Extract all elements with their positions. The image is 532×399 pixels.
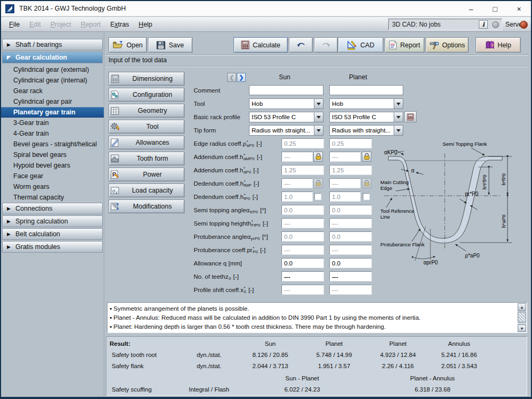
- addendum-coeff--planet-field[interactable]: 1.25: [329, 165, 372, 175]
- cad-button[interactable]: CAD: [338, 37, 384, 53]
- report-button[interactable]: Report: [385, 37, 425, 53]
- dedendum-coeff--planet-field[interactable]: ---: [329, 178, 361, 188]
- server-status-indicator: [520, 21, 528, 29]
- open-button[interactable]: Open: [109, 37, 147, 53]
- menu-file[interactable]: File: [4, 19, 24, 30]
- protuberance-angle-sun-field[interactable]: 0.0: [281, 231, 324, 242]
- semi-topping-angle-planet-field[interactable]: 0.0: [329, 205, 372, 215]
- next-gear-button[interactable]: ❯: [237, 73, 246, 82]
- allowances-button[interactable]: Allowances: [109, 136, 185, 149]
- edge-radius-coeff--planet-field[interactable]: 0.25: [329, 138, 372, 148]
- svg-text:x: x: [115, 190, 118, 194]
- allowance-q-sun-field[interactable]: 0.0: [281, 258, 324, 268]
- dedendum-coeff--sun-field[interactable]: ---: [281, 178, 313, 188]
- tip-form-planet-select[interactable]: Radius with straight...: [329, 125, 403, 136]
- load-capacity-icon: σx: [109, 185, 121, 196]
- sidebar-section-gratis-modules[interactable]: ▶Gratis modules: [2, 241, 103, 253]
- basic-rack-profile-sun-select[interactable]: ISO 53 Profile C: [249, 112, 323, 122]
- protuberance-coeff--planet-field[interactable]: ---: [329, 245, 372, 255]
- dropdown-arrow-icon[interactable]: [314, 99, 323, 109]
- basic-rack-profile-planet-select[interactable]: ISO 53 Profile C: [329, 112, 403, 122]
- close-button[interactable]: ×: [507, 1, 531, 16]
- sidebar-section-connections[interactable]: ▶Connections: [2, 203, 103, 214]
- dropdown-arrow-icon[interactable]: [394, 99, 403, 109]
- options-button[interactable]: Options: [426, 37, 469, 53]
- sidebar-item-3-gear-train[interactable]: 3-Gear train: [1, 118, 104, 128]
- semi-topping-height-sun-field[interactable]: ---: [281, 218, 324, 228]
- save-button[interactable]: Save: [148, 37, 193, 53]
- rack-profile-calculator-button[interactable]: [404, 111, 417, 122]
- minimize-button[interactable]: –: [459, 1, 483, 16]
- redo-button[interactable]: [314, 37, 338, 53]
- scroll-up-icon[interactable]: ▲: [518, 303, 526, 311]
- comment-sun-input[interactable]: [249, 85, 323, 95]
- tip-form-sun-select[interactable]: Radius with straight...: [249, 125, 323, 136]
- info-button[interactable]: i: [479, 20, 488, 29]
- sidebar-item-cylindrical-gear-external-[interactable]: Cylindrical gear (external): [1, 64, 104, 75]
- sidebar-item-planetary-gear-train[interactable]: Planetary gear train: [1, 107, 104, 118]
- profile-shift-coeff--sun-field[interactable]: ---: [281, 285, 324, 295]
- sidebar-item-hypoid-bevel-gears[interactable]: Hypoid bevel gears: [1, 160, 104, 171]
- addendum-coeff--planet-lock-icon[interactable]: [362, 152, 371, 162]
- edge-radius-coeff--sun-field[interactable]: 0.25: [281, 138, 324, 148]
- dedendum-coeff--planet-field[interactable]: 1.0: [329, 192, 361, 202]
- tooth-form-button[interactable]: Tooth form: [109, 152, 185, 165]
- tool-button[interactable]: Tool: [109, 120, 185, 134]
- dropdown-arrow-icon[interactable]: [314, 112, 323, 122]
- sidebar-section-shaft-bearings[interactable]: ▶Shaft / bearings: [2, 39, 103, 51]
- dedendum-coeff--sun-checkbox[interactable]: [314, 193, 321, 200]
- tooth-profile-shape: [388, 156, 502, 243]
- sidebar-item-4-gear-train[interactable]: 4-Gear train: [1, 128, 104, 139]
- dropdown-arrow-icon[interactable]: [314, 126, 323, 135]
- protuberance-angle-planet-field[interactable]: 0.0: [329, 231, 372, 242]
- addendum-coeff--planet-field[interactable]: ---: [329, 152, 361, 162]
- undo-button[interactable]: [289, 37, 313, 53]
- geometry-button[interactable]: Geometry: [109, 104, 185, 118]
- comment-planet-input[interactable]: [329, 85, 403, 95]
- sidebar-item-spiral-bevel-gears[interactable]: Spiral bevel gears: [1, 149, 104, 160]
- dimensioning-button[interactable]: Dimensioning: [109, 72, 185, 86]
- addendum-coeff--sun-field[interactable]: 1.25: [281, 165, 324, 175]
- allowances-icon: [109, 137, 121, 148]
- sidebar-section-gear-calculation[interactable]: ◤Gear calculation: [2, 52, 103, 63]
- sidebar-item-cylindrical-gear-internal-[interactable]: Cylindrical gear (internal): [1, 75, 104, 86]
- dropdown-arrow-icon[interactable]: [394, 112, 403, 122]
- sidebar-item-gear-rack[interactable]: Gear rack: [1, 86, 104, 96]
- sidebar-section-spring-calculation[interactable]: ▶Spring calculation: [2, 215, 103, 227]
- diagram-label-alpha-kp0: αKP0: [384, 149, 397, 155]
- semi-topping-height-planet-field[interactable]: ---: [329, 218, 372, 228]
- power-button[interactable]: P Power: [109, 168, 185, 181]
- maximize-button[interactable]: □: [483, 1, 507, 16]
- sidebar-item-face-gear[interactable]: Face gear: [1, 171, 104, 181]
- sidebar-item-bevel-gears-straight-helical[interactable]: Bevel gears - straight/helical: [1, 139, 104, 149]
- calculate-button[interactable]: Calculate: [234, 37, 288, 53]
- sidebar-item-thermal-capacity[interactable]: Thermal capacity: [1, 192, 104, 203]
- help-button[interactable]: ? Help: [476, 37, 521, 53]
- dedendum-coeff--planet-checkbox[interactable]: [363, 193, 370, 200]
- protuberance-coeff--sun-field[interactable]: ---: [281, 245, 324, 255]
- sidebar-item-cylindrical-gear-pair[interactable]: Cylindrical gear pair: [1, 96, 104, 107]
- tool-sun-select[interactable]: Hob: [249, 98, 323, 109]
- no-of-teeth-sun-field[interactable]: ---: [281, 271, 324, 281]
- load-capacity-button[interactable]: σx Load capacity: [109, 184, 185, 197]
- dedendum-coeff--sun-field[interactable]: 1.0: [281, 192, 313, 202]
- modifications-button[interactable]: Modifications: [109, 200, 185, 213]
- sidebar-item-worm-gears[interactable]: Worm gears: [1, 181, 104, 192]
- allowance-q-planet-field[interactable]: 0.0: [329, 258, 372, 268]
- scroll-thumb[interactable]: [518, 312, 526, 322]
- semi-topping-angle-sun-field[interactable]: 0.0: [281, 205, 324, 215]
- sidebar-section-belt-calculation[interactable]: ▶Belt calculation: [2, 228, 103, 240]
- configuration-button[interactable]: Configuration: [109, 88, 185, 102]
- addendum-coeff--sun-field[interactable]: ---: [281, 152, 313, 162]
- menu-extras[interactable]: Extras: [105, 19, 134, 30]
- selected-value: ISO 53 Profile C: [250, 114, 314, 120]
- no-of-teeth-planet-field[interactable]: ---: [329, 271, 372, 281]
- scroll-down-icon[interactable]: ▼: [518, 325, 526, 332]
- profile-shift-coeff--planet-field[interactable]: ---: [329, 285, 372, 295]
- dropdown-arrow-icon[interactable]: [394, 126, 403, 135]
- menu-help[interactable]: Help: [134, 19, 157, 30]
- prev-gear-button[interactable]: ❮: [227, 73, 236, 82]
- tool-planet-select[interactable]: Hob: [329, 98, 403, 109]
- notes-scrollbar[interactable]: ▲ ▼: [518, 303, 526, 332]
- addendum-coeff--sun-lock-icon[interactable]: [313, 152, 323, 162]
